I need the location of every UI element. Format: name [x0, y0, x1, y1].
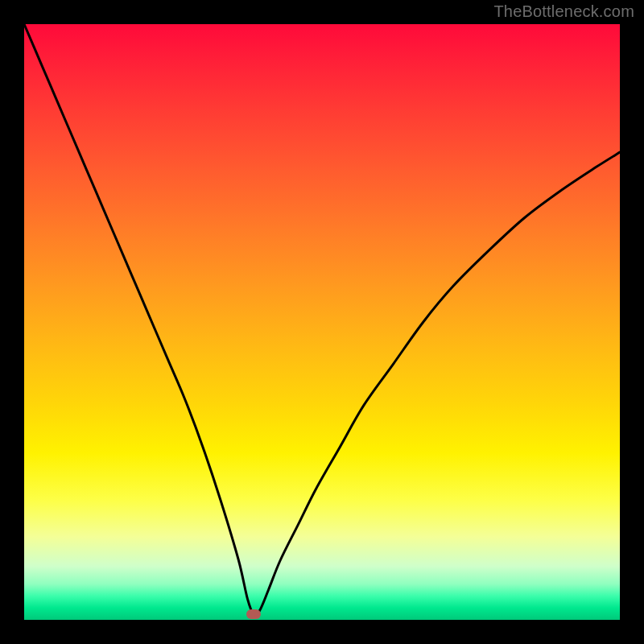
optimal-point-marker [246, 609, 261, 619]
curve-svg [24, 24, 620, 620]
plot-area [24, 24, 620, 620]
chart-frame: TheBottleneck.com [0, 0, 644, 644]
watermark-text: TheBottleneck.com [493, 2, 634, 21]
bottleneck-curve [24, 24, 620, 615]
